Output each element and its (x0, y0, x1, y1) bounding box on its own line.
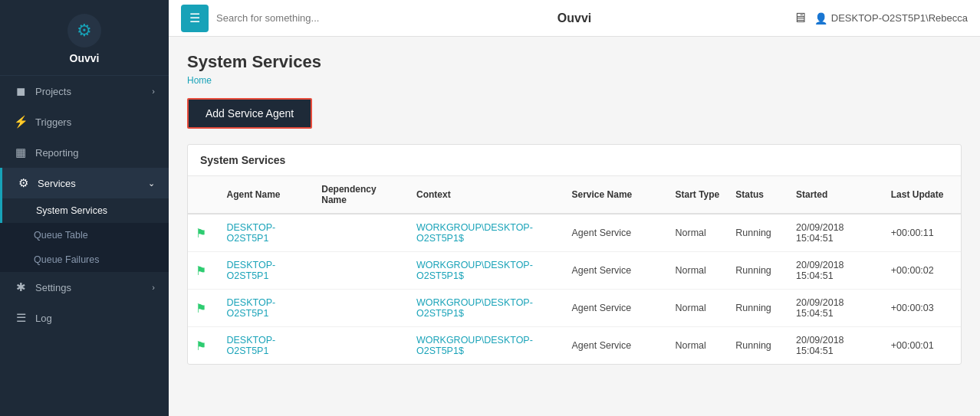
row-started: 20/09/2018 15:04:51 (788, 290, 883, 327)
table-row: ⚑ DESKTOP-O2ST5P1 WORKGROUP\DESKTOP-O2ST… (188, 290, 961, 327)
row-context: WORKGROUP\DESKTOP-O2ST5P1$ (409, 290, 564, 327)
col-dependency-header: Dependency Name (314, 176, 409, 214)
sidebar-item-queue-failures[interactable]: Queue Failures (0, 247, 169, 272)
agent-name-link[interactable]: DESKTOP-O2ST5P1 (227, 222, 307, 244)
context-link[interactable]: WORKGROUP\DESKTOP-O2ST5P1$ (416, 335, 533, 356)
agent-name-link[interactable]: DESKTOP-O2ST5P1 (227, 297, 307, 319)
flag-icon: ⚑ (196, 302, 206, 315)
sidebar-item-label: Reporting (35, 147, 155, 159)
sidebar-item-services[interactable]: ⚙ Services ⌄ (0, 168, 169, 198)
monitor-icon: 🖥 (793, 10, 807, 26)
user-name: DESKTOP-O2ST5P1\Rebecca (831, 12, 968, 24)
sidebar-logo: ⚙ Ouvvi (0, 0, 169, 76)
row-dependency (314, 290, 409, 327)
table-body: ⚑ DESKTOP-O2ST5P1 WORKGROUP\DESKTOP-O2ST… (188, 214, 961, 364)
row-flag-cell: ⚑ (188, 252, 219, 290)
row-started: 20/09/2018 15:04:51 (788, 327, 883, 365)
context-link[interactable]: WORKGROUP\DESKTOP-O2ST5P1$ (416, 297, 533, 319)
system-services-table-card: System Services Agent Name Dependency Na… (187, 144, 962, 365)
user-info: 👤 DESKTOP-O2ST5P1\Rebecca (814, 12, 968, 25)
col-start-type-header: Start Type (668, 176, 728, 214)
chevron-down-icon: ⌄ (148, 179, 155, 188)
row-flag-cell: ⚑ (188, 290, 219, 327)
triggers-icon: ⚡ (14, 115, 28, 129)
sidebar-item-log[interactable]: ☰ Log (0, 303, 169, 333)
chevron-right-icon: › (152, 283, 155, 292)
main-area: ☰ Ouvvi 🖥 👤 DESKTOP-O2ST5P1\Rebecca Syst… (169, 0, 980, 416)
add-service-agent-button[interactable]: Add Service Agent (187, 98, 312, 129)
topbar: ☰ Ouvvi 🖥 👤 DESKTOP-O2ST5P1\Rebecca (169, 0, 980, 37)
row-agent-name: DESKTOP-O2ST5P1 (219, 214, 314, 252)
row-flag-cell: ⚑ (188, 327, 219, 365)
hamburger-icon: ☰ (189, 11, 200, 25)
log-icon: ☰ (14, 311, 28, 325)
row-status: Running (728, 214, 788, 252)
breadcrumb[interactable]: Home (187, 75, 962, 86)
row-status: Running (728, 290, 788, 327)
sidebar-item-label: Projects (35, 86, 152, 97)
col-icon-header (188, 176, 219, 214)
row-service-name: Agent Service (564, 290, 668, 327)
services-submenu: System Services Queue Table Queue Failur… (0, 198, 169, 272)
table-header-row: Agent Name Dependency Name Context Servi… (188, 176, 961, 214)
sidebar-item-system-services[interactable]: System Services (0, 198, 169, 223)
row-status: Running (728, 252, 788, 290)
settings-icon: ✱ (14, 280, 28, 294)
row-flag-cell: ⚑ (188, 214, 219, 252)
topbar-title: Ouvvi (557, 11, 591, 25)
services-icon: ⚙ (16, 176, 30, 190)
flag-icon: ⚑ (196, 227, 206, 240)
sidebar-item-queue-table[interactable]: Queue Table (0, 223, 169, 247)
table-row: ⚑ DESKTOP-O2ST5P1 WORKGROUP\DESKTOP-O2ST… (188, 327, 961, 365)
row-service-name: Agent Service (564, 252, 668, 290)
row-started: 20/09/2018 15:04:51 (788, 252, 883, 290)
row-start-type: Normal (668, 290, 728, 327)
col-last-update-header: Last Update (883, 176, 961, 214)
agent-name-link[interactable]: DESKTOP-O2ST5P1 (227, 335, 307, 356)
row-service-name: Agent Service (564, 214, 668, 252)
row-last-update: +00:00:01 (883, 327, 961, 365)
sidebar-item-label: Settings (35, 282, 152, 293)
row-start-type: Normal (668, 214, 728, 252)
flag-icon: ⚑ (196, 339, 206, 352)
row-last-update: +00:00:02 (883, 252, 961, 290)
row-last-update: +00:00:03 (883, 290, 961, 327)
chevron-right-icon: › (152, 87, 155, 96)
row-last-update: +00:00:11 (883, 214, 961, 252)
search-input[interactable] (216, 12, 793, 24)
sidebar-item-triggers[interactable]: ⚡ Triggers (0, 106, 169, 137)
sidebar-item-label: Services (38, 178, 148, 189)
col-status-header: Status (728, 176, 788, 214)
context-link[interactable]: WORKGROUP\DESKTOP-O2ST5P1$ (416, 222, 533, 244)
col-started-header: Started (788, 176, 883, 214)
col-agent-name-header: Agent Name (219, 176, 314, 214)
table-card-title: System Services (188, 145, 961, 176)
system-services-table: Agent Name Dependency Name Context Servi… (188, 176, 961, 364)
reporting-icon: ▦ (14, 146, 28, 159)
row-dependency (314, 214, 409, 252)
row-started: 20/09/2018 15:04:51 (788, 214, 883, 252)
row-context: WORKGROUP\DESKTOP-O2ST5P1$ (409, 327, 564, 365)
sidebar-item-settings[interactable]: ✱ Settings › (0, 272, 169, 303)
table-row: ⚑ DESKTOP-O2ST5P1 WORKGROUP\DESKTOP-O2ST… (188, 252, 961, 290)
row-agent-name: DESKTOP-O2ST5P1 (219, 290, 314, 327)
user-icon: 👤 (814, 12, 827, 25)
topbar-right: 🖥 👤 DESKTOP-O2ST5P1\Rebecca (793, 10, 968, 26)
col-service-name-header: Service Name (564, 176, 668, 214)
agent-name-link[interactable]: DESKTOP-O2ST5P1 (227, 260, 307, 281)
context-link[interactable]: WORKGROUP\DESKTOP-O2ST5P1$ (416, 260, 533, 281)
row-context: WORKGROUP\DESKTOP-O2ST5P1$ (409, 214, 564, 252)
row-service-name: Agent Service (564, 327, 668, 365)
sidebar-item-label: Log (35, 313, 155, 324)
menu-toggle-button[interactable]: ☰ (181, 5, 209, 32)
table-row: ⚑ DESKTOP-O2ST5P1 WORKGROUP\DESKTOP-O2ST… (188, 214, 961, 252)
logo-icon: ⚙ (67, 14, 101, 47)
row-status: Running (728, 327, 788, 365)
row-context: WORKGROUP\DESKTOP-O2ST5P1$ (409, 252, 564, 290)
app-name: Ouvvi (70, 52, 100, 64)
sidebar-item-reporting[interactable]: ▦ Reporting (0, 137, 169, 168)
sidebar-item-label: Triggers (35, 116, 155, 128)
sidebar-item-projects[interactable]: ◼ Projects › (0, 76, 169, 106)
projects-icon: ◼ (14, 84, 28, 98)
sidebar: ⚙ Ouvvi ◼ Projects › ⚡ Triggers ▦ Report… (0, 0, 169, 416)
